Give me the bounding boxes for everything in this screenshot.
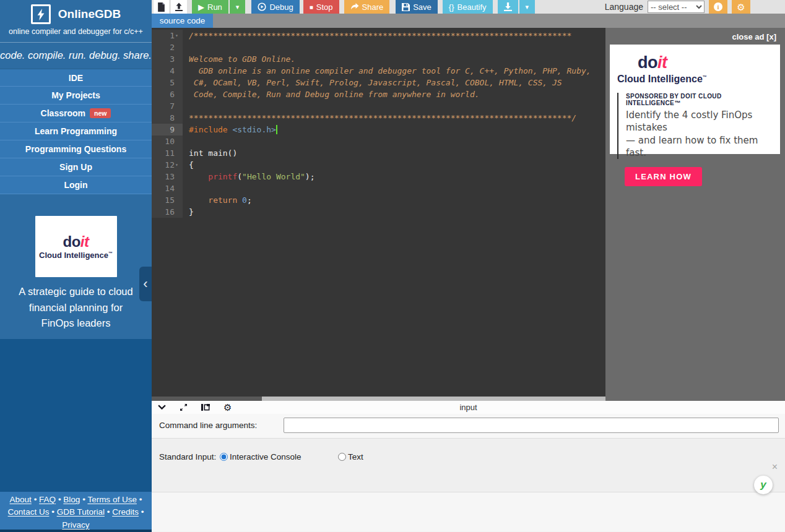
line-number[interactable]: 11 <box>152 147 183 159</box>
code-line[interactable]: 7 <box>152 100 605 112</box>
footer-link[interactable]: About <box>10 495 32 504</box>
run-options-caret[interactable]: ▾ <box>230 0 246 14</box>
code-line[interactable]: 13 printf("Hello World"); <box>152 171 605 182</box>
code-line[interactable]: 14 <box>152 182 605 194</box>
sidebar-collapse-button[interactable]: ‹ <box>139 267 152 301</box>
sidebar-item-label: Programming Questions <box>25 144 126 154</box>
footer-link[interactable]: Credits <box>112 507 139 517</box>
sidebar-item-login[interactable]: Login <box>0 176 152 194</box>
scrollbar-thumb[interactable] <box>152 397 262 401</box>
new-file-button[interactable] <box>154 0 169 14</box>
learn-how-button[interactable]: LEARN HOW <box>625 167 702 186</box>
tab-source-code[interactable]: source code <box>152 14 213 28</box>
footer-link[interactable]: Privacy <box>62 520 89 530</box>
interactive-console-radio[interactable] <box>220 453 228 461</box>
info-button[interactable]: i <box>709 0 727 14</box>
tagline: code. compile. run. debug. share. <box>0 43 152 69</box>
code-line[interactable]: 15 return 0; <box>152 194 605 206</box>
sidebar-ad-card[interactable]: doit Cloud Intelligence™ <box>35 216 117 277</box>
code-line[interactable]: 6 Code, Compile, Run and Debug online fr… <box>152 88 605 100</box>
collapse-panel-button[interactable] <box>158 405 166 410</box>
code-line[interactable]: 9#include <stdio.h> <box>152 124 605 135</box>
braces-icon: {} <box>449 2 454 12</box>
collapse-chevron-icon: ‹ <box>143 276 147 292</box>
chevron-down-icon <box>158 405 166 410</box>
editor-horizontal-scrollbar[interactable] <box>152 397 605 401</box>
sponsored-block: SPONSORED BY DOIT CLOUD INTELLIGENCE™ Id… <box>617 93 773 159</box>
code-line[interactable]: 4 GDB online is an online compiler and d… <box>152 65 605 77</box>
lightning-bolt-icon <box>37 9 45 20</box>
code-line[interactable]: 10 <box>152 135 605 147</box>
footer-link[interactable]: Terms of Use <box>87 495 137 504</box>
caret-down-icon: ▾ <box>526 4 529 11</box>
ad-provider-badge[interactable]: y <box>754 476 773 494</box>
expand-panel-button[interactable] <box>180 403 188 411</box>
code-line[interactable]: 12▾{ <box>152 159 605 171</box>
sidebar-item-my-projects[interactable]: My Projects <box>0 87 152 105</box>
line-number[interactable]: 12▾ <box>152 159 183 171</box>
footer-link[interactable]: FAQ <box>39 495 56 504</box>
text-label: Text <box>348 452 363 461</box>
code-line[interactable]: 3Welcome to GDB Online. <box>152 53 605 65</box>
info-icon: i <box>714 2 722 11</box>
run-button[interactable]: ▶ Run <box>192 0 228 14</box>
line-number[interactable]: 2 <box>152 41 183 53</box>
right-ad-card[interactable]: doit Cloud Intelligence™ SPONSORED BY DO… <box>610 45 780 154</box>
command-args-input[interactable] <box>284 418 779 433</box>
debug-button[interactable]: Debug <box>251 0 299 14</box>
line-number[interactable]: 9 <box>152 124 183 135</box>
code-line[interactable]: 8***************************************… <box>152 112 605 124</box>
code-line[interactable]: 11int main() <box>152 147 605 159</box>
code-line[interactable]: 5 C#, OCaml, VB, Perl, Swift, Prolog, Ja… <box>152 77 605 88</box>
upload-button[interactable] <box>171 0 187 14</box>
line-number[interactable]: 3 <box>152 53 183 65</box>
line-number[interactable]: 15 <box>152 194 183 206</box>
code-editor[interactable]: 1▾/*************************************… <box>152 28 605 397</box>
save-floppy-icon <box>402 3 410 11</box>
line-number[interactable]: 14 <box>152 182 183 194</box>
brand-row[interactable]: OnlineGDB <box>0 0 152 24</box>
line-number[interactable]: 7 <box>152 100 183 112</box>
line-number[interactable]: 6 <box>152 88 183 100</box>
line-number[interactable]: 10 <box>152 135 183 147</box>
line-number[interactable]: 8 <box>152 112 183 124</box>
close-ad-link[interactable]: close ad [x] <box>732 32 776 41</box>
sidebar-item-programming-questions[interactable]: Programming Questions <box>0 140 152 158</box>
sponsored-label: SPONSORED BY DOIT CLOUD INTELLIGENCE™ <box>626 93 773 106</box>
sidebar-item-ide[interactable]: IDE <box>0 69 152 87</box>
fold-marker-icon[interactable]: ▾ <box>175 30 181 41</box>
line-number[interactable]: 1▾ <box>152 30 183 41</box>
sidebar-item-label: Sign Up <box>59 162 92 172</box>
save-button[interactable]: Save <box>396 0 438 14</box>
fold-marker-icon[interactable]: ▾ <box>175 159 181 171</box>
line-number[interactable]: 13 <box>152 171 183 182</box>
doit-logo-subtitle: Cloud Intelligence™ <box>39 251 113 260</box>
panel-settings-button[interactable]: ⚙ <box>223 403 232 412</box>
share-button[interactable]: Share <box>344 0 390 14</box>
language-select[interactable]: -- select -- <box>648 1 705 13</box>
sidebar-item-classroom[interactable]: Classroomnew <box>0 105 152 122</box>
code-line[interactable]: 16} <box>152 206 605 218</box>
line-number[interactable]: 16 <box>152 206 183 218</box>
footer-link[interactable]: Contact Us <box>8 507 50 517</box>
line-number[interactable]: 4 <box>152 65 183 77</box>
stop-button[interactable]: ■ Stop <box>303 0 339 14</box>
code-line[interactable]: 2 <box>152 41 605 53</box>
line-number[interactable]: 5 <box>152 77 183 88</box>
close-widget-icon[interactable]: × <box>772 461 778 473</box>
code-line[interactable]: 1▾/*************************************… <box>152 30 605 41</box>
sidebar-item-label: IDE <box>69 73 83 83</box>
download-button[interactable] <box>498 0 518 14</box>
sidebar-ad-headline[interactable]: A strategic guide to cloud financial pla… <box>0 277 152 334</box>
sidebar-item-sign-up[interactable]: Sign Up <box>0 158 152 176</box>
download-icon <box>504 2 512 11</box>
beautify-button[interactable]: {} Beautify <box>443 0 493 14</box>
sidebar-item-learn-programming[interactable]: Learn Programming <box>0 122 152 140</box>
settings-button[interactable]: ⚙ <box>732 0 750 14</box>
layout-toggle-button[interactable] <box>201 403 210 411</box>
footer-link[interactable]: Blog <box>63 495 80 504</box>
text-radio[interactable] <box>338 453 346 461</box>
text-cursor <box>276 125 277 134</box>
download-options-caret[interactable]: ▾ <box>519 0 536 14</box>
footer-link[interactable]: GDB Tutorial <box>57 507 105 517</box>
